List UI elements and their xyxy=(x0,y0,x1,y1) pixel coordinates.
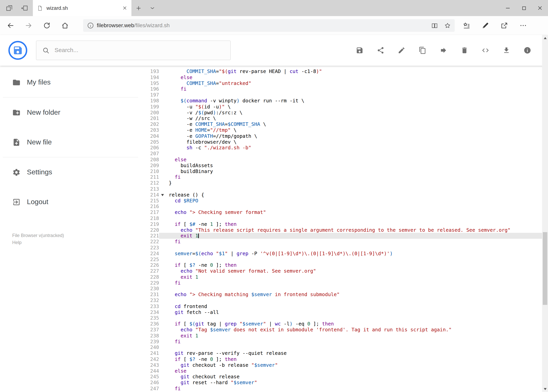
sidebar-item-new-file[interactable]: New file xyxy=(0,127,141,157)
scroll-up-arrow-icon[interactable] xyxy=(542,35,548,41)
scrollbar-track[interactable] xyxy=(542,41,548,386)
save-button[interactable] xyxy=(356,47,363,54)
code-line[interactable]: 230 xyxy=(141,286,548,292)
url-text[interactable]: filebrowser.web/files/wizard.sh xyxy=(97,22,428,28)
code-line[interactable]: 207 xyxy=(141,151,548,157)
code-line[interactable]: 245 git checkout release xyxy=(141,374,548,380)
code-line[interactable]: 216 xyxy=(141,203,548,210)
info-button[interactable] xyxy=(524,47,531,54)
code-line[interactable]: 209 buildAssets xyxy=(141,162,548,168)
code-line[interactable]: 240 xyxy=(141,344,548,350)
code-line[interactable]: 213 xyxy=(141,186,548,192)
code-line[interactable]: 219 if [ $# -ne 1 ]; then xyxy=(141,221,548,227)
code-line[interactable]: 244 else xyxy=(141,368,548,374)
code-line[interactable]: 247 fi xyxy=(141,385,548,392)
sidebar-item-logout[interactable]: Logout xyxy=(0,187,141,217)
code-line[interactable]: 221 exit 1 xyxy=(141,233,548,239)
search-box[interactable] xyxy=(36,41,231,60)
scrollbar-thumb[interactable] xyxy=(543,232,547,305)
code-line[interactable]: 211 fi xyxy=(141,174,548,180)
code-line[interactable]: 212} xyxy=(141,180,548,186)
code-line[interactable]: 224 semver=$(echo "$1" | grep -P '^v(0|[… xyxy=(141,251,548,256)
code-line[interactable]: 198 $(command -v winpty) docker run --rm… xyxy=(141,98,548,104)
download-button[interactable] xyxy=(503,47,510,54)
code-line[interactable]: 243 git checkout -b release "$semver" xyxy=(141,362,548,368)
code-line[interactable]: 201 -w //src \ xyxy=(141,115,548,121)
move-button[interactable] xyxy=(440,47,447,54)
code-line[interactable]: 195 COMMIT_SHA="untracked" xyxy=(141,80,548,86)
code-line[interactable]: 228 exit 1 xyxy=(141,274,548,280)
code-line[interactable]: 208 else xyxy=(141,157,548,162)
code-editor[interactable]: 193 COMMIT_SHA="$(git rev-parse HEAD | c… xyxy=(141,66,548,392)
help-link[interactable]: Help xyxy=(12,239,141,246)
tab-preview-chevron-icon[interactable] xyxy=(145,0,159,16)
raw-code-button[interactable] xyxy=(482,47,489,54)
code-line[interactable]: 223 xyxy=(141,245,548,251)
code-line[interactable]: 197 xyxy=(141,92,548,98)
code-line[interactable]: 193 COMMIT_SHA="$(git rev-parse HEAD | c… xyxy=(141,69,548,74)
tabs-preview-icon[interactable] xyxy=(20,4,29,12)
code-line[interactable]: 217 echo "> Checking semver format" xyxy=(141,210,548,215)
code-line[interactable]: 202 -e COMMIT_SHA=$COMMIT_SHA \ xyxy=(141,121,548,127)
code-line[interactable]: 218 xyxy=(141,215,548,221)
code-line[interactable]: 225 xyxy=(141,256,548,262)
page-scrollbar[interactable] xyxy=(542,35,548,392)
code-line[interactable]: 203 -e HOME="//tmp" \ xyxy=(141,127,548,133)
address-bar[interactable]: filebrowser.web/files/wizard.sh xyxy=(83,19,455,32)
code-line[interactable]: 194 else xyxy=(141,74,548,80)
edit-button[interactable] xyxy=(398,47,405,54)
share-icon[interactable] xyxy=(497,19,511,33)
forward-button[interactable] xyxy=(22,19,36,33)
web-note-pen-icon[interactable] xyxy=(479,19,493,33)
maximize-button[interactable] xyxy=(516,0,532,16)
code-line[interactable]: 232 xyxy=(141,297,548,303)
site-info-icon[interactable] xyxy=(87,22,94,29)
hub-favorites-icon[interactable] xyxy=(460,19,473,33)
code-line[interactable]: 246 git reset --hard "$semver" xyxy=(141,380,548,385)
browser-tab[interactable]: wizard.sh xyxy=(33,0,132,16)
code-line[interactable]: 237 echo "Tag $semver does not exist in … xyxy=(141,327,548,333)
code-line[interactable]: 227 echo "Not valid semver format. See s… xyxy=(141,268,548,274)
code-line[interactable]: 210 buildBinary xyxy=(141,168,548,174)
filebrowser-logo[interactable] xyxy=(8,41,27,60)
favorite-star-icon[interactable] xyxy=(444,22,451,29)
code-line[interactable]: 229 fi xyxy=(141,280,548,286)
search-input[interactable] xyxy=(55,47,224,54)
code-line[interactable]: 235 xyxy=(141,315,548,321)
sidebar-item-my-files[interactable]: My files xyxy=(0,68,141,97)
set-tabs-aside-icon[interactable] xyxy=(5,4,13,12)
more-options-icon[interactable] xyxy=(516,19,530,33)
minimize-button[interactable] xyxy=(500,0,516,16)
home-button[interactable] xyxy=(58,19,72,33)
code-line[interactable]: 242 if [ $? -ne 0 ]; then xyxy=(141,356,548,362)
code-line[interactable]: 206 sh -c "./wizard.sh -b" xyxy=(141,145,548,151)
code-line[interactable]: 233 cd frontend xyxy=(141,303,548,309)
code-line[interactable]: 241 git rev-parse --verify --quiet relea… xyxy=(141,350,548,356)
code-line[interactable]: 199 -u "$(id -u)" \ xyxy=(141,104,548,110)
scroll-down-arrow-icon[interactable] xyxy=(542,386,548,392)
code-line[interactable]: 234 git fetch --all xyxy=(141,309,548,315)
refresh-button[interactable] xyxy=(40,19,54,33)
code-line[interactable]: 220 echo "This release script requires a… xyxy=(141,227,548,233)
code-line[interactable]: 226 if [ $? -ne 0 ]; then xyxy=(141,262,548,268)
delete-button[interactable] xyxy=(461,47,468,54)
new-tab-button[interactable] xyxy=(132,0,145,16)
sidebar-item-new-folder[interactable]: New folder xyxy=(0,98,141,127)
close-window-button[interactable] xyxy=(532,0,548,16)
code-line[interactable]: 231 echo "> Checking matching $semver in… xyxy=(141,292,548,297)
share-file-button[interactable] xyxy=(377,47,384,54)
copy-button[interactable] xyxy=(419,47,426,54)
sidebar-item-settings[interactable]: Settings xyxy=(0,157,141,187)
code-line[interactable]: 205 filebrowser/dev \ xyxy=(141,139,548,145)
code-line[interactable]: 214release () { xyxy=(141,192,548,198)
code-line[interactable]: 236 if [ $(git tag | grep "$semver" | wc… xyxy=(141,321,548,327)
code-line[interactable]: 238 exit 1 xyxy=(141,333,548,339)
code-line[interactable]: 239 fi xyxy=(141,339,548,344)
tab-close-icon[interactable] xyxy=(122,6,127,11)
code-line[interactable]: 200 -v /$(pwd):/src:z \ xyxy=(141,110,548,115)
code-line[interactable]: 222 fi xyxy=(141,239,548,245)
reading-view-icon[interactable] xyxy=(431,22,438,29)
fold-marker-icon[interactable] xyxy=(161,194,164,196)
back-button[interactable] xyxy=(4,19,17,33)
code-line[interactable]: 215 cd $REPO xyxy=(141,198,548,203)
